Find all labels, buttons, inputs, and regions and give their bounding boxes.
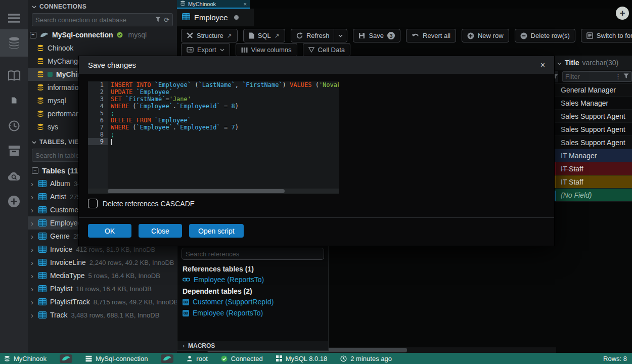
new-row-button[interactable]: New row [462,29,509,42]
revert-all-button[interactable]: Revert all [406,29,456,42]
refresh-button[interactable]: Refresh [291,29,348,42]
status-item-2-minutes-ago[interactable]: 2 minutes ago [340,355,392,362]
structure-button[interactable]: Structure↗ [181,29,238,42]
table-item-playlist[interactable]: ›Playlist18 rows, 16.4 KB, InnoDB [28,282,177,295]
table-icon [38,272,47,279]
table-item-playlisttrack[interactable]: ›PlaylistTrack8,715 rows, 49.2 KB, InnoD… [28,295,177,308]
status-bar: MyChinookMySql-connectionrootConnectedMy… [0,353,632,364]
table-item-mediatype[interactable]: ›MediaType5 rows, 16.4 KB, InnoDB [28,269,177,282]
filter-funnel-icon[interactable] [155,16,161,24]
reference-link-employee-reportsto-[interactable]: Employee (ReportsTo) [177,307,328,318]
rail-item-plus-circle[interactable] [0,188,28,214]
tab-employee[interactable]: Employee [177,9,254,26]
open-script-button[interactable]: Open script [189,224,244,238]
refresh-icon[interactable]: ⟳ [164,16,169,24]
title-cell[interactable]: IT Staff [556,162,632,175]
grid-row-5[interactable]: Sales Support Agent [551,136,632,149]
grid-icon [276,355,282,361]
tab-mychinook[interactable]: MyChinook × [177,0,250,9]
filter-input[interactable]: Filter ⋮ [562,71,632,82]
chevron-right-icon[interactable]: › [31,206,35,214]
tab-close-icon[interactable]: × [244,1,247,7]
grid-row-7[interactable]: IT Staff [551,162,632,175]
kebab-menu-icon[interactable]: ⋮ [615,73,621,80]
dialog-close-icon[interactable]: × [540,61,545,70]
chevron-right-icon[interactable]: › [31,311,35,320]
title-cell[interactable]: Sales Support Agent [556,110,632,122]
table-item-invoiceline[interactable]: ›InvoiceLine2,240 rows, 49.2 KB, InnoDB [28,256,177,269]
rail-item-menu[interactable] [0,5,28,31]
collapse-icon[interactable]: − [32,167,38,174]
grid-row-3[interactable]: Sales Support Agent [551,110,632,123]
title-cell[interactable]: Sales Support Agent [556,123,632,135]
rail-item-history[interactable] [0,112,28,139]
rail-item-database[interactable] [0,29,28,57]
table-item-track[interactable]: ›Track3,483 rows, 688.1 KB, InnoDB [28,308,177,322]
grid-row-6[interactable]: IT Manager [551,149,632,162]
status-item-connected[interactable]: Connected [221,355,263,362]
chevron-right-icon[interactable]: › [31,232,35,241]
dialog-divider [79,217,554,218]
view-columns-button[interactable]: View columns [236,43,297,57]
connection-search-input[interactable]: Search connection or database ⟳ [32,13,173,26]
grid-row-2[interactable]: Sales Manager [551,97,632,110]
refresh-dropdown-button[interactable] [334,29,347,42]
rail-item-file[interactable] [0,87,28,113]
chevron-right-icon[interactable]: › [31,298,35,306]
editor-scrollbar-thumb[interactable] [108,189,285,193]
title-cell[interactable]: IT Staff [556,175,632,188]
editor-scrollbar[interactable] [88,189,339,194]
rail-item-book[interactable] [0,63,28,89]
connections-section-header[interactable]: CONNECTIONS [28,0,177,12]
chevron-right-icon[interactable]: › [31,179,35,188]
button-label: Switch to form [597,32,632,39]
reference-link-employee-reportsto-[interactable]: Employee (ReportsTo) [177,274,328,285]
status-item-mychinook[interactable]: MyChinook [4,355,47,362]
title-cell[interactable]: Sales Manager [556,97,632,109]
ok-button[interactable]: OK [88,224,131,238]
status-item-mysql-8-0-18[interactable]: MySQL 8.0.18 [276,355,328,362]
rail-item-archive[interactable] [0,138,28,164]
sql-preview-editor[interactable]: 123456789 INSERT INTO `Employee` (`LastN… [88,81,339,194]
status-item-dolphin[interactable] [60,354,72,363]
rail-item-cloud-search[interactable] [0,163,28,189]
sql-button[interactable]: SQL↗ [243,29,285,42]
grid-row-8[interactable]: IT Staff [551,175,632,189]
title-cell[interactable]: IT Manager [556,149,632,162]
cell-data-button[interactable]: Cell Data [303,43,350,57]
delete-row-s--button[interactable]: Delete row(s) [515,29,575,42]
collapse-icon[interactable]: − [30,32,36,38]
db-yellow-icon [37,58,44,65]
chevron-right-icon[interactable]: › [31,258,35,267]
switch-to-form-button[interactable]: Switch to form [581,29,632,42]
undo-icon [412,33,419,39]
grid-row-4[interactable]: Sales Support Agent [551,123,632,136]
delete-cascade-checkbox[interactable] [88,199,98,208]
title-cell[interactable]: (No Field) [556,189,632,201]
export-button[interactable]: Export [181,43,230,57]
add-button[interactable]: + [616,7,629,20]
grid-row-9[interactable]: (No Field) [551,189,632,202]
column-header-title[interactable]: Title varchar(30) [551,56,632,70]
title-cell[interactable]: Sales Support Agent [556,136,632,149]
title-cell[interactable]: General Manager [556,83,632,96]
tree-connection-mysql-connection[interactable]: −MySql-connectionmysql [28,28,177,41]
status-item-mysql-connection[interactable]: MySql-connection [85,355,148,362]
reference-link-customer-supportrepid-[interactable]: Customer (SupportRepId) [177,296,328,307]
grid-row-1[interactable]: General Manager [551,83,632,97]
chevron-right-icon[interactable]: › [31,193,35,201]
references-search-input[interactable]: Search references [182,248,324,260]
table-meta: 3,483 rows, 688.1 KB, InnoDB [71,311,159,319]
save-button[interactable]: Save3 [353,29,400,42]
tree-db-chinook[interactable]: Chinook [28,41,177,55]
status-label: root [196,355,207,362]
chevron-right-icon[interactable]: › [31,219,35,228]
chevron-right-icon[interactable]: › [31,271,35,280]
status-item-dolphin[interactable] [161,354,173,363]
chevron-right-icon[interactable]: › [31,245,35,254]
close-button[interactable]: Close [139,224,182,238]
chevron-right-icon[interactable]: › [31,285,35,293]
status-item-root[interactable]: root [187,355,207,362]
macros-section-header[interactable]: › MACROS [177,341,328,350]
filter-funnel-icon[interactable] [623,73,629,80]
